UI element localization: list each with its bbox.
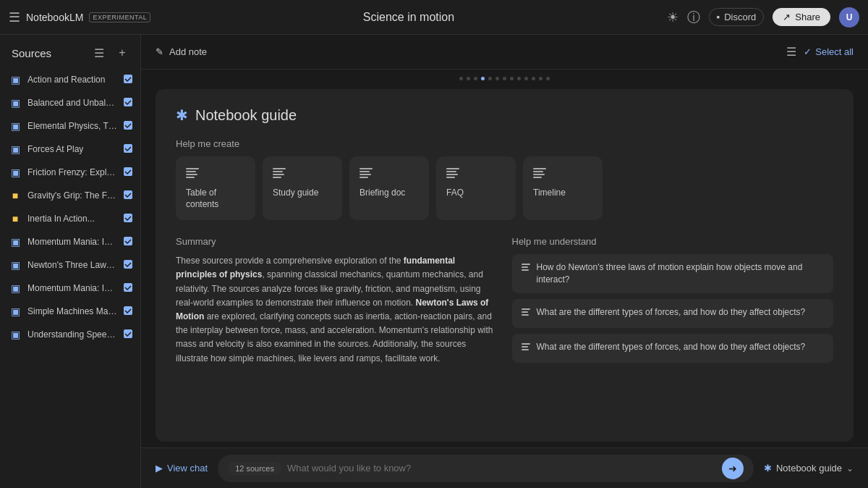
help-icon[interactable]: ⓘ — [687, 9, 700, 26]
source-check-icon[interactable] — [123, 329, 133, 341]
understand-item-text: How do Newton's three laws of motion exp… — [537, 261, 825, 286]
chat-input[interactable] — [287, 463, 716, 474]
add-note-icon: ✎ — [156, 46, 163, 57]
dot-5 — [488, 77, 492, 80]
create-option-brief[interactable]: Briefing doc — [349, 156, 429, 220]
source-check-icon[interactable] — [123, 282, 133, 295]
source-item[interactable]: ■Inertia In Action... — [0, 207, 140, 230]
source-check-icon[interactable] — [123, 259, 133, 272]
source-label: Momentum Mania: Inves... — [27, 237, 117, 247]
source-label: Simple Machines Make... — [27, 306, 117, 316]
filter-topbar-icon[interactable]: ☰ — [786, 45, 796, 59]
add-source-icon[interactable]: + — [113, 43, 132, 62]
summary-label: Summary — [176, 236, 498, 247]
create-option-timeline[interactable]: Timeline — [523, 156, 603, 220]
view-chat-button[interactable]: ▶ View chat — [156, 463, 208, 474]
source-check-icon[interactable] — [123, 143, 133, 156]
svg-rect-28 — [533, 168, 546, 169]
source-item[interactable]: ▣Balanced and Unbalance... — [0, 91, 140, 114]
svg-rect-27 — [446, 177, 455, 178]
dot-11 — [532, 77, 535, 80]
svg-rect-3 — [124, 144, 132, 153]
svg-rect-12 — [186, 168, 199, 169]
guide-card: ✱ Notebook guide Help me create Table of… — [156, 89, 854, 442]
svg-rect-35 — [522, 308, 530, 310]
svg-rect-18 — [273, 174, 284, 175]
svg-rect-40 — [522, 349, 529, 350]
source-item[interactable]: ▣Momentum Mania: Inves... — [0, 277, 140, 300]
view-chat-label: View chat — [167, 463, 208, 474]
source-item[interactable]: ▣Newton's Three Laws... — [0, 253, 140, 277]
source-check-icon[interactable] — [123, 190, 133, 202]
source-label: Action and Reaction — [27, 75, 117, 85]
source-doc-icon: ▣ — [9, 282, 22, 295]
create-option-study[interactable]: Study guide — [263, 156, 342, 220]
source-item[interactable]: ▣Momentum Mania: Inves... — [0, 230, 140, 253]
checkmark-icon: ✓ — [804, 46, 812, 57]
source-check-icon[interactable] — [123, 97, 133, 109]
chevron-down-icon: ⌄ — [846, 463, 854, 474]
create-option-label: Study guide — [273, 188, 332, 199]
svg-rect-23 — [359, 177, 368, 178]
hamburger-icon[interactable]: ☰ — [9, 9, 20, 25]
center-panel: ✱ Notebook guide Help me create Table of… — [141, 70, 868, 447]
understand-item[interactable]: How do Newton's three laws of motion exp… — [512, 254, 834, 293]
svg-rect-6 — [124, 214, 132, 222]
create-option-faq[interactable]: FAQ — [436, 156, 516, 220]
source-check-icon[interactable] — [123, 74, 133, 86]
dot-6 — [495, 77, 499, 80]
avatar[interactable]: U — [839, 7, 859, 28]
source-item[interactable]: ■Gravity's Grip: The Force... — [0, 184, 140, 207]
create-option-label: Table of contents — [186, 188, 245, 210]
help-create-label: Help me create — [176, 138, 833, 149]
svg-rect-24 — [446, 168, 459, 169]
svg-rect-26 — [446, 174, 458, 175]
understand-item[interactable]: What are the different types of forces, … — [512, 334, 834, 363]
source-check-icon[interactable] — [123, 120, 133, 132]
source-file-icon: ▣ — [11, 74, 20, 85]
svg-rect-10 — [124, 306, 132, 315]
share-button[interactable]: ↗ Share — [773, 8, 830, 26]
source-file-icon: ▣ — [11, 167, 20, 178]
dot-7 — [503, 77, 506, 80]
add-note-button[interactable]: ✎ Add note — [156, 46, 207, 57]
source-item[interactable]: ▣Forces At Play — [0, 138, 140, 161]
source-label: Newton's Three Laws... — [27, 260, 117, 270]
svg-rect-38 — [522, 343, 530, 345]
source-item[interactable]: ▣Friction Frenzy: Explorin... — [0, 161, 140, 184]
create-option-toc[interactable]: Table of contents — [176, 156, 255, 220]
share-label: Share — [795, 12, 820, 22]
send-button[interactable]: ➜ — [722, 458, 744, 479]
filter-icon[interactable]: ☰ — [90, 43, 109, 62]
svg-rect-32 — [522, 264, 530, 265]
sidebar: Sources ☰ + ▣Action and Reaction▣Balance… — [0, 35, 141, 488]
settings-icon[interactable]: ☀ — [667, 9, 678, 25]
svg-rect-29 — [533, 171, 543, 172]
understand-item-icon — [521, 342, 531, 356]
source-item[interactable]: ▣Simple Machines Make... — [0, 300, 140, 323]
source-item[interactable]: ▣Action and Reaction — [0, 68, 140, 91]
source-check-icon[interactable] — [123, 306, 133, 318]
discord-icon: ▪ — [717, 12, 720, 22]
source-item[interactable]: ▣Understanding Speed, Ve... — [0, 323, 140, 346]
source-doc-icon: ■ — [9, 189, 22, 202]
source-check-icon[interactable] — [123, 213, 133, 225]
source-file-icon: ▣ — [11, 259, 20, 271]
understand-item[interactable]: What are the different types of forces, … — [512, 299, 834, 328]
source-check-icon[interactable] — [123, 167, 133, 179]
add-note-label: Add note — [169, 46, 207, 57]
source-item[interactable]: ▣Elemental Physics, Third... — [0, 114, 140, 138]
source-doc-icon: ▣ — [9, 96, 22, 109]
app-name: NotebookLM — [26, 12, 83, 23]
source-label: Gravity's Grip: The Force... — [27, 190, 117, 201]
svg-rect-31 — [533, 177, 542, 178]
source-label: Inertia In Action... — [27, 214, 117, 224]
discord-button[interactable]: ▪ Discord — [709, 8, 765, 26]
svg-rect-21 — [359, 171, 370, 172]
select-all-button[interactable]: ✓ Select all — [804, 46, 854, 57]
source-check-icon[interactable] — [123, 236, 133, 248]
source-doc-icon: ▣ — [9, 119, 22, 132]
svg-rect-17 — [273, 171, 283, 172]
notebook-guide-button[interactable]: ✱ Notebook guide ⌄ — [764, 463, 854, 474]
dot-3 — [474, 77, 477, 80]
